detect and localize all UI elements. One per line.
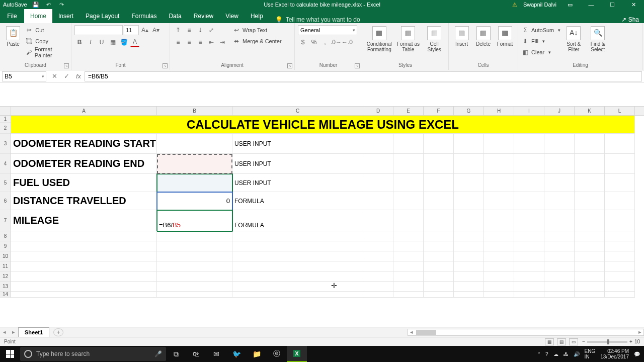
row-header-11[interactable]: 11 [0, 261, 11, 272]
taskbar-search[interactable]: Type here to search 🎤 [20, 347, 166, 361]
thunderbird-icon[interactable]: 🐦 [226, 346, 247, 362]
cell[interactable] [232, 282, 363, 292]
row-header-14[interactable]: 14 [0, 292, 11, 298]
cell[interactable] [544, 272, 575, 282]
onedrive-icon[interactable]: ☁ [553, 351, 558, 357]
tab-pagelayout[interactable]: Page Layout [79, 9, 125, 23]
font-color-button[interactable]: A [130, 37, 140, 47]
cell[interactable] [544, 154, 575, 174]
cell[interactable] [454, 272, 484, 282]
row-header-8[interactable]: 8 [0, 231, 11, 241]
cell[interactable] [393, 174, 424, 192]
fill-button[interactable]: ⬇Fill▾ [521, 36, 560, 46]
cell[interactable] [484, 261, 514, 272]
cut-button[interactable]: ✂Cut [25, 25, 68, 35]
cell[interactable] [393, 241, 424, 251]
cell[interactable] [484, 154, 514, 174]
cell[interactable] [424, 174, 454, 192]
align-center-icon[interactable]: ≡ [184, 37, 194, 47]
share-button[interactable]: ↗Sha [616, 16, 644, 23]
accounting-format-icon[interactable]: $ [298, 37, 308, 47]
title-banner[interactable]: CALCULATE VEHICLE MILEAGE USING EXCEL [11, 116, 635, 134]
cell[interactable] [157, 231, 232, 241]
cell[interactable] [514, 154, 544, 174]
tab-home[interactable]: Home [24, 9, 52, 23]
cell-b7-editing[interactable]: =B6/B5 [157, 210, 232, 231]
cell-b6[interactable]: 0 [157, 192, 232, 210]
col-header-F[interactable]: F [424, 107, 454, 115]
col-header-J[interactable]: J [544, 107, 575, 115]
cell-c5[interactable]: USER INPUT [232, 174, 363, 192]
cell[interactable] [484, 241, 514, 251]
cell[interactable] [575, 192, 605, 210]
cell[interactable] [424, 231, 454, 241]
cell[interactable] [454, 292, 484, 298]
decrease-font-icon[interactable]: A▾ [151, 25, 161, 35]
cell[interactable] [575, 174, 605, 192]
row-header-4[interactable]: 4 [0, 154, 11, 174]
cell[interactable] [363, 292, 393, 298]
cell[interactable] [232, 272, 363, 282]
row-header-7[interactable]: 7 [0, 210, 11, 231]
orientation-icon[interactable]: ⤢ [206, 25, 216, 35]
underline-button[interactable]: U [97, 37, 107, 47]
cell[interactable] [514, 241, 544, 251]
cell-c3[interactable]: USER INPUT [232, 134, 363, 154]
cell[interactable] [424, 192, 454, 210]
increase-indent-icon[interactable]: ⇥ [217, 37, 227, 47]
taskbar-clock[interactable]: 02:46 PM13/Dec/2017 [600, 348, 629, 359]
col-header-B[interactable]: B [157, 107, 232, 115]
fx-icon[interactable]: fx [72, 71, 85, 81]
cell-b3[interactable] [157, 134, 232, 154]
percent-format-icon[interactable]: % [309, 37, 319, 47]
store-icon[interactable]: 🛍 [186, 346, 206, 362]
tab-data[interactable]: Data [163, 9, 187, 23]
tab-view[interactable]: View [219, 9, 245, 23]
sheet-nav-next-icon[interactable]: ▸ [9, 329, 18, 335]
format-as-table-button[interactable]: ▦Format as Table [395, 25, 422, 52]
dialog-launcher-icon[interactable]: ↘ [163, 63, 168, 68]
mic-icon[interactable]: 🎤 [154, 350, 166, 357]
cell[interactable] [393, 231, 424, 241]
cell[interactable] [11, 272, 157, 282]
cell[interactable] [424, 154, 454, 174]
bold-button[interactable]: B [74, 37, 85, 47]
cell[interactable] [454, 241, 484, 251]
cell[interactable] [575, 241, 605, 251]
cell[interactable] [232, 231, 363, 241]
minimize-icon[interactable]: — [584, 2, 599, 8]
cell[interactable] [424, 261, 454, 272]
col-header-C[interactable]: C [232, 107, 363, 115]
enter-formula-icon[interactable]: ✓ [60, 71, 72, 81]
cell[interactable] [575, 282, 605, 292]
row-header-3[interactable]: 3 [0, 134, 11, 154]
cell[interactable] [544, 251, 575, 261]
cell[interactable] [605, 292, 635, 298]
align-top-icon[interactable]: ⤒ [173, 25, 183, 35]
excel-taskbar-icon[interactable]: X [287, 346, 307, 362]
cell[interactable] [605, 192, 635, 210]
cell[interactable] [393, 272, 424, 282]
select-all-corner[interactable] [0, 107, 11, 116]
cell[interactable] [424, 272, 454, 282]
name-box[interactable]: B5 [2, 71, 46, 81]
cell[interactable] [363, 261, 393, 272]
page-layout-view-icon[interactable]: ▤ [557, 338, 566, 345]
cell[interactable] [514, 134, 544, 154]
cell[interactable] [484, 210, 514, 231]
cell-a5[interactable]: FUEL USED [11, 174, 157, 192]
cell[interactable] [232, 292, 363, 298]
merge-center-button[interactable]: ⬌Merge & Center [232, 36, 282, 46]
align-middle-icon[interactable]: ≡ [184, 25, 194, 35]
sheet-tab[interactable]: Sheet1 [18, 327, 49, 337]
cell[interactable] [514, 282, 544, 292]
autosave-toggle[interactable]: AutoSave [3, 2, 27, 8]
cell[interactable] [11, 261, 157, 272]
cell[interactable] [514, 251, 544, 261]
cell[interactable] [363, 251, 393, 261]
normal-view-icon[interactable]: ▦ [545, 338, 554, 345]
cell[interactable] [454, 154, 484, 174]
cell[interactable] [514, 231, 544, 241]
tellme-search[interactable]: 💡 Tell me what you want to do [275, 16, 360, 23]
cell[interactable] [157, 282, 232, 292]
